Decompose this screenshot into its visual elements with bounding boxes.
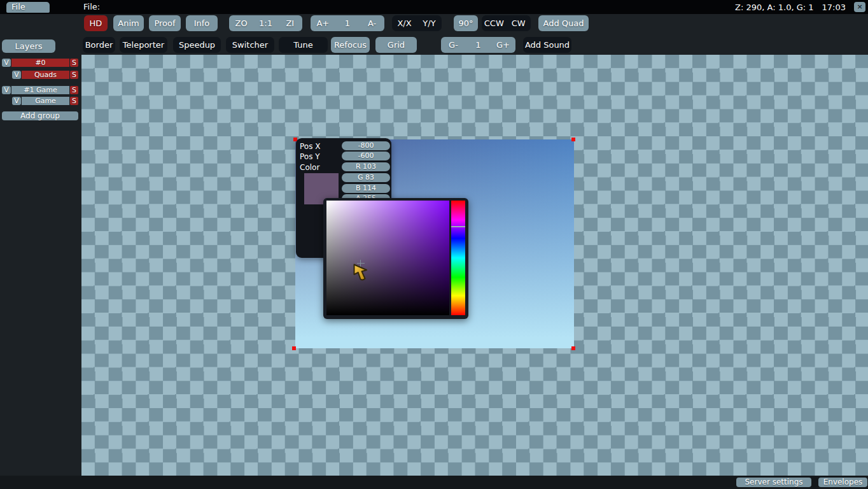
add-quad-button[interactable]: Add Quad: [538, 15, 589, 31]
color-picker-popup: [323, 198, 468, 319]
quad-corner-handle-bottom-right[interactable]: [571, 346, 575, 350]
anim-speed-value: 1: [335, 15, 360, 31]
add-sound-button[interactable]: Add Sound: [523, 37, 571, 53]
flip-group: X/X Y/Y: [392, 15, 442, 31]
pos-y-label: Pos Y: [300, 152, 320, 161]
quad-corner-handle-top-right[interactable]: [571, 138, 575, 141]
grid-size-plus-button[interactable]: G+: [491, 37, 515, 53]
teleporter-button[interactable]: Teleporter: [120, 37, 167, 53]
layer-group-row: V #1 Game S: [0, 86, 81, 94]
map-editor-window: File File: Z: 290, A: 1.0, G: 1 17:03 × …: [0, 0, 868, 489]
color-b-field[interactable]: B 114: [342, 184, 390, 193]
layer-row: V Game S: [0, 97, 81, 105]
group-solo-button[interactable]: S: [70, 86, 78, 94]
zoom-button-group: ZO 1:1 ZI: [229, 15, 302, 31]
grid-toggle-button[interactable]: Grid: [375, 37, 417, 53]
grid-size-group: G- 1 G+: [441, 37, 515, 53]
current-file-label: File:: [83, 2, 100, 11]
info-toggle-button[interactable]: Info: [186, 15, 218, 31]
layer-name[interactable]: Game: [22, 97, 69, 105]
anim-speed-minus-button[interactable]: A-: [360, 15, 384, 31]
anim-speed-plus-button[interactable]: A+: [311, 15, 335, 31]
editor-cursor-icon: [353, 264, 370, 284]
switcher-button[interactable]: Switcher: [226, 37, 274, 53]
color-g-field[interactable]: G 83: [342, 173, 390, 182]
add-group-button[interactable]: Add group: [2, 111, 78, 120]
layer-row: V Quads S: [0, 71, 81, 79]
group-solo-button[interactable]: S: [70, 59, 78, 67]
layer-group-name[interactable]: #1 Game: [11, 86, 69, 94]
layer-solo-button[interactable]: S: [70, 97, 78, 105]
clock: 17:03: [822, 3, 846, 12]
rotate-ccw-button[interactable]: CCW: [482, 15, 507, 31]
status-bar: Server settings Envelopes: [0, 476, 868, 489]
rotate-cw-button[interactable]: CW: [507, 15, 531, 31]
refocus-button[interactable]: Refocus: [331, 37, 370, 53]
flip-x-button[interactable]: X/X: [392, 15, 417, 31]
quad-corner-handle-bottom-left[interactable]: [292, 346, 296, 350]
layers-panel-button[interactable]: Layers: [2, 39, 55, 53]
anim-speed-group: A+ 1 A-: [311, 15, 384, 31]
hue-slider[interactable]: [451, 201, 465, 315]
color-r-field[interactable]: R 103: [342, 162, 390, 171]
zoom-out-button[interactable]: ZO: [229, 15, 253, 31]
anim-toggle-button[interactable]: Anim: [113, 15, 144, 31]
layer-solo-button[interactable]: S: [70, 71, 78, 79]
zoom-reset-button[interactable]: 1:1: [253, 15, 277, 31]
saturation-value-field[interactable]: [326, 201, 449, 315]
group-visibility-toggle[interactable]: V: [2, 59, 11, 67]
pos-x-value-field[interactable]: -800: [342, 141, 390, 150]
speedup-button[interactable]: Speedup: [173, 37, 221, 53]
envelopes-button[interactable]: Envelopes: [818, 478, 867, 487]
layer-name[interactable]: Quads: [22, 71, 69, 79]
proof-toggle-button[interactable]: Proof: [149, 15, 181, 31]
rotate-group: CCW CW: [482, 15, 531, 31]
color-label: Color: [300, 163, 319, 172]
zoom-in-button[interactable]: ZI: [278, 15, 302, 31]
layer-visibility-toggle[interactable]: V: [12, 71, 21, 79]
layer-visibility-toggle[interactable]: V: [12, 97, 21, 105]
tune-button[interactable]: Tune: [279, 37, 328, 53]
pos-x-label: Pos X: [300, 142, 320, 151]
layer-group-name[interactable]: #0: [11, 59, 69, 67]
rotate-angle-button[interactable]: 90°: [454, 15, 478, 31]
menu-bar: File File: Z: 290, A: 1.0, G: 1 17:03 ×: [0, 0, 868, 14]
server-settings-button[interactable]: Server settings: [736, 478, 811, 487]
grid-size-minus-button[interactable]: G-: [441, 37, 466, 53]
hd-toggle-button[interactable]: HD: [84, 15, 108, 31]
border-button[interactable]: Border: [83, 37, 115, 53]
zoom-anim-grid-status: Z: 290, A: 1.0, G: 1: [735, 3, 813, 12]
close-icon[interactable]: ×: [854, 2, 865, 12]
hue-slider-marker[interactable]: [451, 226, 465, 227]
layer-group-row: V #0 S: [0, 59, 81, 67]
group-visibility-toggle[interactable]: V: [2, 86, 11, 94]
file-menu-button[interactable]: File: [6, 2, 50, 13]
flip-y-button[interactable]: Y/Y: [417, 15, 442, 31]
grid-size-value: 1: [466, 37, 491, 53]
pos-y-value-field[interactable]: -600: [342, 152, 390, 160]
